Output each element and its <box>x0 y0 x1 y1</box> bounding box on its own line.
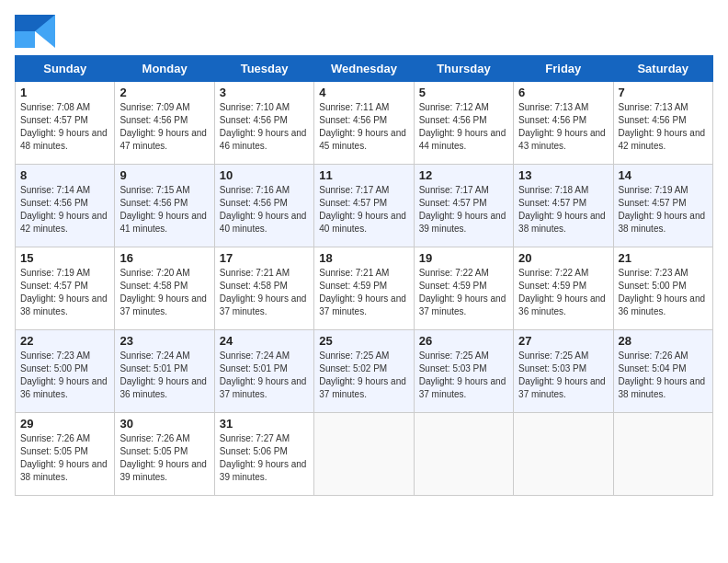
svg-rect-0 <box>15 15 35 31</box>
calendar-cell: 2Sunrise: 7:09 AMSunset: 4:56 PMDaylight… <box>115 82 214 165</box>
calendar-cell <box>613 413 712 496</box>
day-number: 1 <box>20 86 109 99</box>
day-info: Sunrise: 7:17 AMSunset: 4:57 PMDaylight:… <box>419 185 506 234</box>
calendar-cell: 16Sunrise: 7:20 AMSunset: 4:58 PMDayligh… <box>115 247 214 330</box>
calendar-cell: 8Sunrise: 7:14 AMSunset: 4:56 PMDaylight… <box>16 165 115 247</box>
weekday-header-thursday: Thursday <box>414 56 513 82</box>
day-info: Sunrise: 7:20 AMSunset: 4:58 PMDaylight:… <box>119 268 207 316</box>
calendar-header-row: SundayMondayTuesdayWednesdayThursdayFrid… <box>16 56 713 82</box>
calendar-cell: 14Sunrise: 7:19 AMSunset: 4:57 PMDayligh… <box>613 165 712 247</box>
day-info: Sunrise: 7:08 AMSunset: 4:57 PMDaylight:… <box>20 102 108 151</box>
day-number: 25 <box>319 334 408 348</box>
day-info: Sunrise: 7:09 AMSunset: 4:56 PMDaylight:… <box>119 102 207 151</box>
day-info: Sunrise: 7:12 AMSunset: 4:56 PMDaylight:… <box>419 102 506 151</box>
day-number: 19 <box>419 251 508 265</box>
weekday-header-monday: Monday <box>115 56 214 82</box>
calendar-cell: 5Sunrise: 7:12 AMSunset: 4:56 PMDaylight… <box>414 82 513 165</box>
calendar-cell: 23Sunrise: 7:24 AMSunset: 5:01 PMDayligh… <box>115 330 214 413</box>
day-number: 15 <box>20 251 109 265</box>
day-info: Sunrise: 7:26 AMSunset: 5:05 PMDaylight:… <box>20 433 108 482</box>
calendar-cell <box>414 413 513 496</box>
day-info: Sunrise: 7:13 AMSunset: 4:56 PMDaylight:… <box>619 102 706 151</box>
logo-icon <box>15 15 55 48</box>
day-number: 5 <box>419 86 508 99</box>
day-number: 14 <box>619 168 708 182</box>
day-number: 30 <box>119 417 209 431</box>
calendar-cell: 19Sunrise: 7:22 AMSunset: 4:59 PMDayligh… <box>414 247 513 330</box>
day-info: Sunrise: 7:10 AMSunset: 4:56 PMDaylight:… <box>220 102 307 151</box>
calendar-cell: 21Sunrise: 7:23 AMSunset: 5:00 PMDayligh… <box>613 247 712 330</box>
page-header <box>15 15 713 48</box>
day-number: 27 <box>518 334 608 348</box>
calendar-cell: 17Sunrise: 7:21 AMSunset: 4:58 PMDayligh… <box>214 247 313 330</box>
calendar-cell: 18Sunrise: 7:21 AMSunset: 4:59 PMDayligh… <box>314 247 414 330</box>
calendar-table: SundayMondayTuesdayWednesdayThursdayFrid… <box>15 55 713 496</box>
day-info: Sunrise: 7:22 AMSunset: 4:59 PMDaylight:… <box>518 268 606 316</box>
day-number: 3 <box>220 86 309 99</box>
calendar-cell: 6Sunrise: 7:13 AMSunset: 4:56 PMDaylight… <box>514 82 613 165</box>
calendar-cell: 13Sunrise: 7:18 AMSunset: 4:57 PMDayligh… <box>514 165 613 247</box>
day-number: 28 <box>619 334 708 348</box>
calendar-cell <box>514 413 613 496</box>
calendar-cell: 12Sunrise: 7:17 AMSunset: 4:57 PMDayligh… <box>414 165 513 247</box>
day-info: Sunrise: 7:15 AMSunset: 4:56 PMDaylight:… <box>119 185 207 234</box>
calendar-week-row: 8Sunrise: 7:14 AMSunset: 4:56 PMDaylight… <box>16 165 713 247</box>
weekday-header-friday: Friday <box>514 56 613 82</box>
day-info: Sunrise: 7:13 AMSunset: 4:56 PMDaylight:… <box>518 102 606 151</box>
calendar-cell: 4Sunrise: 7:11 AMSunset: 4:56 PMDaylight… <box>314 82 414 165</box>
day-number: 26 <box>419 334 508 348</box>
calendar-cell: 28Sunrise: 7:26 AMSunset: 5:04 PMDayligh… <box>613 330 712 413</box>
calendar-cell: 27Sunrise: 7:25 AMSunset: 5:03 PMDayligh… <box>514 330 613 413</box>
calendar-week-row: 29Sunrise: 7:26 AMSunset: 5:05 PMDayligh… <box>16 413 713 496</box>
calendar-cell <box>314 413 414 496</box>
day-info: Sunrise: 7:19 AMSunset: 4:57 PMDaylight:… <box>619 185 706 234</box>
day-number: 29 <box>20 417 109 431</box>
calendar-cell: 7Sunrise: 7:13 AMSunset: 4:56 PMDaylight… <box>613 82 712 165</box>
day-info: Sunrise: 7:17 AMSunset: 4:57 PMDaylight:… <box>319 185 406 234</box>
day-number: 22 <box>20 334 109 348</box>
day-number: 8 <box>20 168 109 182</box>
logo <box>15 15 59 48</box>
day-number: 16 <box>119 251 209 265</box>
calendar-cell: 25Sunrise: 7:25 AMSunset: 5:02 PMDayligh… <box>314 330 414 413</box>
calendar-cell: 3Sunrise: 7:10 AMSunset: 4:56 PMDaylight… <box>214 82 313 165</box>
day-number: 6 <box>518 86 608 99</box>
day-info: Sunrise: 7:11 AMSunset: 4:56 PMDaylight:… <box>319 102 406 151</box>
day-number: 4 <box>319 86 408 99</box>
calendar-cell: 29Sunrise: 7:26 AMSunset: 5:05 PMDayligh… <box>16 413 115 496</box>
calendar-week-row: 15Sunrise: 7:19 AMSunset: 4:57 PMDayligh… <box>16 247 713 330</box>
weekday-header-saturday: Saturday <box>613 56 712 82</box>
day-info: Sunrise: 7:24 AMSunset: 5:01 PMDaylight:… <box>220 350 307 399</box>
calendar-cell: 10Sunrise: 7:16 AMSunset: 4:56 PMDayligh… <box>214 165 313 247</box>
calendar-cell: 30Sunrise: 7:26 AMSunset: 5:05 PMDayligh… <box>115 413 214 496</box>
day-info: Sunrise: 7:22 AMSunset: 4:59 PMDaylight:… <box>419 268 506 316</box>
day-info: Sunrise: 7:27 AMSunset: 5:06 PMDaylight:… <box>220 433 307 482</box>
calendar-week-row: 22Sunrise: 7:23 AMSunset: 5:00 PMDayligh… <box>16 330 713 413</box>
day-info: Sunrise: 7:16 AMSunset: 4:56 PMDaylight:… <box>220 185 307 234</box>
day-number: 21 <box>619 251 708 265</box>
day-info: Sunrise: 7:18 AMSunset: 4:57 PMDaylight:… <box>518 185 606 234</box>
calendar-cell: 11Sunrise: 7:17 AMSunset: 4:57 PMDayligh… <box>314 165 414 247</box>
day-number: 11 <box>319 168 408 182</box>
day-info: Sunrise: 7:26 AMSunset: 5:05 PMDaylight:… <box>119 433 207 482</box>
calendar-cell: 22Sunrise: 7:23 AMSunset: 5:00 PMDayligh… <box>16 330 115 413</box>
day-number: 24 <box>220 334 309 348</box>
day-number: 7 <box>619 86 708 99</box>
day-info: Sunrise: 7:23 AMSunset: 5:00 PMDaylight:… <box>20 350 108 399</box>
calendar-cell: 15Sunrise: 7:19 AMSunset: 4:57 PMDayligh… <box>16 247 115 330</box>
weekday-header-wednesday: Wednesday <box>314 56 414 82</box>
day-info: Sunrise: 7:25 AMSunset: 5:03 PMDaylight:… <box>419 350 506 399</box>
calendar-cell: 9Sunrise: 7:15 AMSunset: 4:56 PMDaylight… <box>115 165 214 247</box>
day-number: 20 <box>518 251 608 265</box>
calendar-cell: 24Sunrise: 7:24 AMSunset: 5:01 PMDayligh… <box>214 330 313 413</box>
day-number: 18 <box>319 251 408 265</box>
day-number: 2 <box>119 86 209 99</box>
weekday-header-sunday: Sunday <box>16 56 115 82</box>
svg-rect-3 <box>15 31 35 48</box>
day-info: Sunrise: 7:24 AMSunset: 5:01 PMDaylight:… <box>119 350 207 399</box>
day-info: Sunrise: 7:14 AMSunset: 4:56 PMDaylight:… <box>20 185 108 234</box>
calendar-cell: 26Sunrise: 7:25 AMSunset: 5:03 PMDayligh… <box>414 330 513 413</box>
day-number: 23 <box>119 334 209 348</box>
calendar-body: 1Sunrise: 7:08 AMSunset: 4:57 PMDaylight… <box>16 82 713 496</box>
calendar-cell: 1Sunrise: 7:08 AMSunset: 4:57 PMDaylight… <box>16 82 115 165</box>
